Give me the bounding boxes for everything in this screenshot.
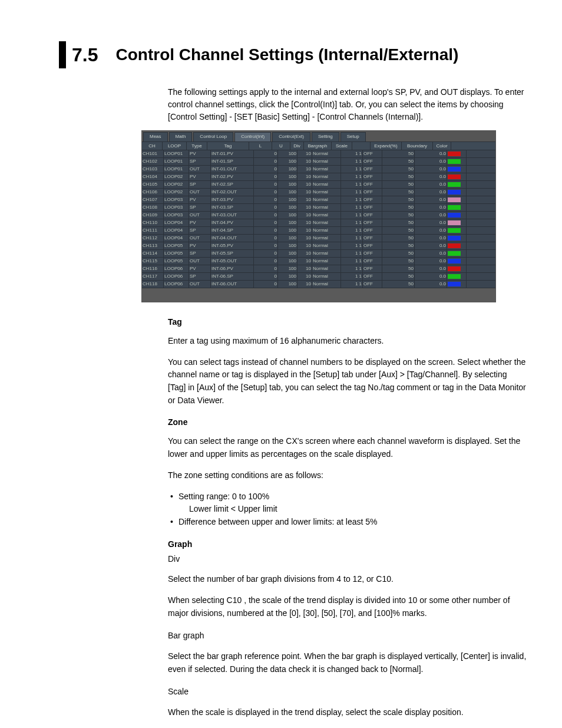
section-number: 7.5 xyxy=(72,44,98,66)
zone-para-2: The zone setting conditions are as follo… xyxy=(168,469,527,482)
zone-para-1: You can select the range on the CX's scr… xyxy=(168,435,527,460)
table-row: CH105LOOP02SPINT-02.SP010010Normal1 1OFF… xyxy=(142,181,495,189)
table-row: CH106LOOP02OUTINT-02.OUT010010Normal1 1O… xyxy=(142,189,495,196)
title-bar-icon xyxy=(59,41,66,68)
table-row: CH118LOOP06OUTINT-06.OUT010010Normal1 1O… xyxy=(142,281,495,288)
table-row: CH114LOOP05SPINT-05.SP010010Normal1 1OFF… xyxy=(142,250,495,258)
table-row: CH109LOOP03OUTINT-03.OUT010010Normal1 1O… xyxy=(142,212,495,219)
col-color: Color xyxy=(433,142,451,150)
embedded-tab: Setting xyxy=(312,132,339,141)
col-onoff xyxy=(352,142,371,150)
table-row: CH115LOOP05OUTINT-05.OUT010010Normal1 1O… xyxy=(142,258,495,265)
tag-heading: Tag xyxy=(168,317,527,327)
col-loop: LOOP xyxy=(163,142,187,150)
zone-bullet-2: Difference between upper and lower limit… xyxy=(168,516,527,529)
zone-bullets: Setting range: 0 to 100% Lower limit < U… xyxy=(168,490,527,529)
embedded-tab: Control(Int) xyxy=(234,132,271,141)
graph-scale-para-1: When the scale is displayed in the trend… xyxy=(168,706,527,719)
intro-paragraph: The following settings apply to the inte… xyxy=(168,86,527,123)
table-row: CH102LOOP01SPINT-01.SP010010Normal1 1OFF… xyxy=(142,158,495,166)
col-boundary: Boundary xyxy=(402,142,433,150)
graph-div-label: Div xyxy=(168,554,527,565)
embedded-tab: Control Loop xyxy=(193,132,233,141)
graph-div-para-2: When selecting C10 , the scale of the tr… xyxy=(168,594,527,620)
graph-heading: Graph xyxy=(168,539,527,549)
section-title: Control Channel Settings (Internal/Exter… xyxy=(115,45,458,64)
tag-para-2: You can select tags instead of channel n… xyxy=(168,356,527,407)
col-tag: Tag xyxy=(207,142,249,150)
table-row: CH110LOOP04PVINT-04.PV010010Normal1 1OFF… xyxy=(142,219,495,227)
zone-bullet-1a: Setting range: 0 to 100% xyxy=(178,492,269,501)
embedded-screenshot: MeasMathControl LoopControl(Int)Control(… xyxy=(141,130,496,302)
graph-bar-para: Select the bar graph reference point. Wh… xyxy=(168,650,527,676)
zone-bullet-1: Setting range: 0 to 100% Lower limit < U… xyxy=(168,490,527,516)
table-row: CH113LOOP05PVINT-05.PV010010Normal1 1OFF… xyxy=(142,242,495,250)
zone-bullet-1b: Lower limit < Upper limit xyxy=(178,503,527,516)
col-u: U xyxy=(272,142,290,150)
table-row: CH108LOOP03SPINT-03.SP010010Normal1 1OFF… xyxy=(142,204,495,212)
table-row: CH101LOOP01PVINT-01.PV010010Normal1 1OFF… xyxy=(142,150,495,158)
section-title-row: 7.5 Control Channel Settings (Internal/E… xyxy=(59,41,527,68)
table-row: CH107LOOP03PVINT-03.PV010010Normal1 1OFF… xyxy=(142,196,495,204)
embedded-tab: Meas xyxy=(143,132,168,141)
table-row: CH111LOOP04SPINT-04.SP010010Normal1 1OFF… xyxy=(142,227,495,235)
col-expand: Expand(%) xyxy=(371,142,402,150)
table-row: CH104LOOP02PVINT-02.PV010010Normal1 1OFF… xyxy=(142,173,495,181)
graph-bar-label: Bar graph xyxy=(168,630,527,642)
graph-scale-label: Scale xyxy=(168,686,527,698)
col-div: Div xyxy=(290,142,304,150)
table-row: CH116LOOP06PVINT-06.PV010010Normal1 1OFF… xyxy=(142,265,495,273)
tag-para-1: Enter a tag using maximum of 16 alphanum… xyxy=(168,335,527,348)
graph-div-para-1: Select the number of bar graph divisions… xyxy=(168,573,527,586)
table-row: CH117LOOP06SPINT-06.SP010010Normal1 1OFF… xyxy=(142,273,495,281)
embedded-tab: Control(Ext) xyxy=(272,132,310,141)
embedded-tab: Setup xyxy=(340,132,366,141)
col-type: Type xyxy=(187,142,207,150)
table-row: CH103LOOP01OUTINT-01.OUT010010Normal1 1O… xyxy=(142,166,495,173)
col-bar: Bargraph xyxy=(304,142,332,150)
table-row: CH112LOOP04OUTINT-04.OUT010010Normal1 1O… xyxy=(142,235,495,242)
zone-heading: Zone xyxy=(168,417,527,427)
embedded-tab: Math xyxy=(169,132,193,141)
col-ch: CH xyxy=(142,142,163,150)
col-scale: Scale xyxy=(332,142,352,150)
col-l: L xyxy=(249,142,272,150)
